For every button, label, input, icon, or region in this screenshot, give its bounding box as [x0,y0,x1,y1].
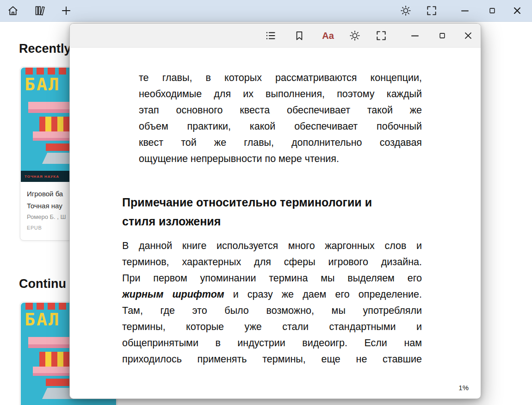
text-line: жирным шрифтом и сразу же даем его опред… [122,287,422,303]
library-button[interactable] [33,4,47,18]
reader-brightness-button[interactable] [348,29,362,43]
library-icon [34,5,46,17]
text-line: объем практики, какой обеспечивает побоч… [139,118,422,135]
heading-line: стиля изложения [122,212,422,231]
brightness-button[interactable] [399,4,413,18]
add-tab-button[interactable] [59,4,73,18]
fullscreen-icon [375,30,387,42]
text-line: терминов, характерных для сферы игрового… [122,254,422,270]
chapter-heading: Примечание относительно терминологии и с… [122,193,422,231]
cover-footer-text: ТОЧНАЯ НАУКА [25,174,59,179]
paragraph: те главы, в которых рассматриваются конц… [139,70,422,167]
minimize-icon [409,30,421,42]
brightness-icon [400,5,412,17]
app-maximize-button[interactable] [485,4,499,18]
font-settings-button[interactable]: Aa [320,29,336,43]
app-close-button[interactable] [510,4,524,18]
bookmark-icon [293,30,305,42]
app-minimize-button[interactable] [458,4,472,18]
text-line: необходимые для их выполнения, поэтому к… [139,86,422,102]
brightness-icon [349,30,361,42]
reader-fullscreen-button[interactable] [374,29,388,43]
bookmark-button[interactable] [292,29,306,43]
app-titlebar [0,0,532,22]
text-line: ощущение непрерывности по мере чтения. [139,151,422,167]
reader-page[interactable]: те главы, в которых рассматриваются конц… [70,48,481,399]
text-line: Там, где это было возможно, мы употребля… [122,303,422,319]
paragraph: В данной книге используется много жаргон… [122,238,422,368]
text-line: квест той же главы, дополнительно создав… [139,135,422,151]
text-line: общепринятыми в индустрии видеоигр. Если… [122,335,422,351]
close-icon [462,30,474,42]
toc-button[interactable] [264,29,278,43]
reading-progress: 1% [458,384,469,392]
reader-window: Aa те главы, в которых рассматриваются к… [69,23,481,399]
reader-maximize-button[interactable] [435,29,449,43]
home-icon [7,5,19,17]
text-line: термины, которые уже стали стандартными … [122,319,422,335]
section-title-recently: Recently [19,42,71,56]
emphasized-term: жирным шрифтом [122,289,224,300]
fullscreen-button[interactable] [425,4,439,18]
fullscreen-icon [426,5,438,17]
heading-line: Примечание относительно терминологии и [122,193,422,212]
reader-minimize-button[interactable] [408,29,422,43]
reader-toolbar: Aa [70,24,481,48]
home-button[interactable] [6,4,20,18]
section-title-continue: Continu [19,277,66,291]
text-line: В данной книге используется много жаргон… [122,238,422,254]
maximize-icon [486,5,498,17]
cover-title-text: БАЛ [25,74,61,94]
minimize-icon [459,5,471,17]
add-icon [60,5,72,17]
text-line: этап основного квеста обеспечивает такой… [139,102,422,118]
text-line: При первом упоминании термина мы выделяе… [122,270,422,287]
font-settings-icon: Aa [322,31,334,41]
maximize-icon [436,30,448,42]
toc-list-icon [265,30,277,42]
reader-close-button[interactable] [461,29,475,43]
text-line: те главы, в которых рассматриваются конц… [139,70,422,86]
close-icon [511,5,523,17]
text-line: приходилось применять термины, еще не ст… [122,351,422,368]
text-span: и сразу же даем его определение. [233,289,422,300]
cover-title-text: БАЛ [25,309,61,330]
